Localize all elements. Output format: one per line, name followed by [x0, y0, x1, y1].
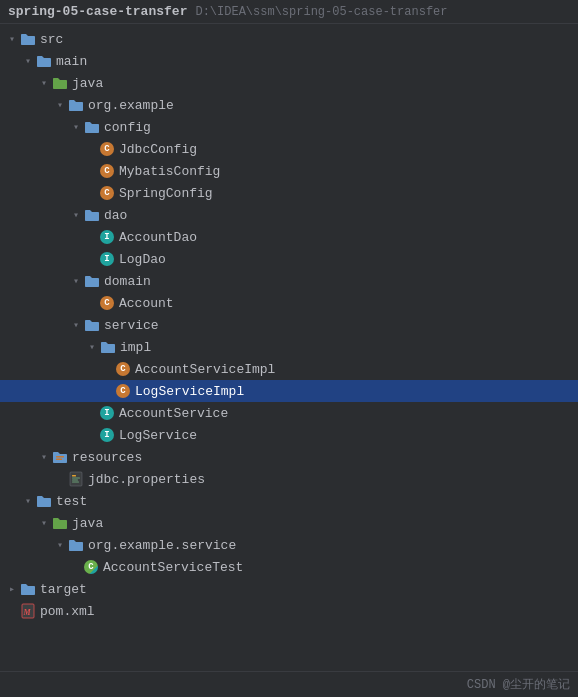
label-main: main	[56, 54, 87, 69]
arrow-resources[interactable]	[36, 449, 52, 465]
bottom-bar-text: CSDN @尘开的笔记	[467, 676, 570, 693]
icon-service	[84, 317, 100, 333]
label-target: target	[40, 582, 87, 597]
panel-header: spring-05-case-transfer D:\IDEA\ssm\spri…	[0, 0, 578, 24]
svg-rect-4	[72, 478, 80, 479]
label-domain: domain	[104, 274, 151, 289]
label-org-example: org.example	[88, 98, 174, 113]
label-dao: dao	[104, 208, 127, 223]
tree-item-org-example-service[interactable]: org.example.service	[0, 534, 578, 556]
icon-domain	[84, 273, 100, 289]
icon-java	[52, 75, 68, 91]
tree-item-AccountDao[interactable]: IAccountDao	[0, 226, 578, 248]
icon-SpringConfig: C	[100, 186, 114, 200]
tree-item-org-example[interactable]: org.example	[0, 94, 578, 116]
tree-item-JdbcConfig[interactable]: CJdbcConfig	[0, 138, 578, 160]
label-jdbc-properties: jdbc.properties	[88, 472, 205, 487]
tree-item-domain[interactable]: domain	[0, 270, 578, 292]
label-config: config	[104, 120, 151, 135]
project-panel: spring-05-case-transfer D:\IDEA\ssm\spri…	[0, 0, 578, 697]
tree-item-dao[interactable]: dao	[0, 204, 578, 226]
tree-item-AccountServiceImpl[interactable]: CAccountServiceImpl	[0, 358, 578, 380]
label-JdbcConfig: JdbcConfig	[119, 142, 197, 157]
icon-Account: C	[100, 296, 114, 310]
tree-item-service[interactable]: service	[0, 314, 578, 336]
icon-AccountService: I	[100, 406, 114, 420]
arrow-src[interactable]	[4, 31, 20, 47]
tree-item-Account[interactable]: CAccount	[0, 292, 578, 314]
icon-MybatisConfig: C	[100, 164, 114, 178]
label-SpringConfig: SpringConfig	[119, 186, 213, 201]
label-AccountService: AccountService	[119, 406, 228, 421]
arrow-impl[interactable]	[84, 339, 100, 355]
arrow-dao[interactable]	[68, 207, 84, 223]
arrow-org-example[interactable]	[52, 97, 68, 113]
icon-jdbc-properties	[68, 471, 84, 487]
panel-path: D:\IDEA\ssm\spring-05-case-transfer	[195, 5, 447, 19]
tree-item-java-test[interactable]: java	[0, 512, 578, 534]
icon-java-test	[52, 515, 68, 531]
icon-LogDao: I	[100, 252, 114, 266]
label-pom-xml: pom.xml	[40, 604, 95, 619]
arrow-test[interactable]	[20, 493, 36, 509]
label-java: java	[72, 76, 103, 91]
icon-config	[84, 119, 100, 135]
label-LogDao: LogDao	[119, 252, 166, 267]
arrow-domain[interactable]	[68, 273, 84, 289]
arrow-java[interactable]	[36, 75, 52, 91]
panel-title: spring-05-case-transfer	[8, 4, 187, 19]
icon-src	[20, 31, 36, 47]
arrow-main[interactable]	[20, 53, 36, 69]
file-tree[interactable]: src main java org.example configCJdbcCon…	[0, 24, 578, 671]
tree-item-main[interactable]: main	[0, 50, 578, 72]
icon-JdbcConfig: C	[100, 142, 114, 156]
icon-main	[36, 53, 52, 69]
tree-item-LogDao[interactable]: ILogDao	[0, 248, 578, 270]
icon-impl	[100, 339, 116, 355]
icon-AccountDao: I	[100, 230, 114, 244]
label-impl: impl	[120, 340, 151, 355]
tree-item-pom-xml[interactable]: M pom.xml	[0, 600, 578, 622]
bottom-bar: CSDN @尘开的笔记	[0, 671, 578, 697]
icon-test	[36, 493, 52, 509]
tree-item-java[interactable]: java	[0, 72, 578, 94]
label-service: service	[104, 318, 159, 333]
arrow-java-test[interactable]	[36, 515, 52, 531]
tree-item-AccountServiceTest[interactable]: CAccountServiceTest	[0, 556, 578, 578]
arrow-config[interactable]	[68, 119, 84, 135]
icon-pom-xml: M	[20, 603, 36, 619]
icon-AccountServiceImpl: C	[116, 362, 130, 376]
tree-item-SpringConfig[interactable]: CSpringConfig	[0, 182, 578, 204]
label-Account: Account	[119, 296, 174, 311]
icon-LogServiceImpl: C	[116, 384, 130, 398]
label-LogService: LogService	[119, 428, 197, 443]
label-LogServiceImpl: LogServiceImpl	[135, 384, 244, 399]
tree-item-impl[interactable]: impl	[0, 336, 578, 358]
tree-item-target[interactable]: target	[0, 578, 578, 600]
icon-target	[20, 581, 36, 597]
tree-item-src[interactable]: src	[0, 28, 578, 50]
label-java-test: java	[72, 516, 103, 531]
arrow-service[interactable]	[68, 317, 84, 333]
svg-rect-1	[56, 459, 62, 461]
tree-item-MybatisConfig[interactable]: CMybatisConfig	[0, 160, 578, 182]
tree-item-LogService[interactable]: ILogService	[0, 424, 578, 446]
icon-org-example	[68, 97, 84, 113]
icon-AccountServiceTest: C	[84, 560, 98, 574]
arrow-target[interactable]	[4, 581, 20, 597]
label-org-example-service: org.example.service	[88, 538, 236, 553]
svg-text:M: M	[23, 608, 32, 617]
label-MybatisConfig: MybatisConfig	[119, 164, 220, 179]
label-test: test	[56, 494, 87, 509]
tree-item-resources[interactable]: resources	[0, 446, 578, 468]
icon-LogService: I	[100, 428, 114, 442]
arrow-org-example-service[interactable]	[52, 537, 68, 553]
tree-item-LogServiceImpl[interactable]: CLogServiceImpl	[0, 380, 578, 402]
tree-item-jdbc-properties[interactable]: jdbc.properties	[0, 468, 578, 490]
svg-rect-6	[72, 482, 79, 483]
svg-rect-3	[72, 475, 76, 477]
tree-item-AccountService[interactable]: IAccountService	[0, 402, 578, 424]
tree-item-config[interactable]: config	[0, 116, 578, 138]
tree-item-test[interactable]: test	[0, 490, 578, 512]
label-AccountDao: AccountDao	[119, 230, 197, 245]
